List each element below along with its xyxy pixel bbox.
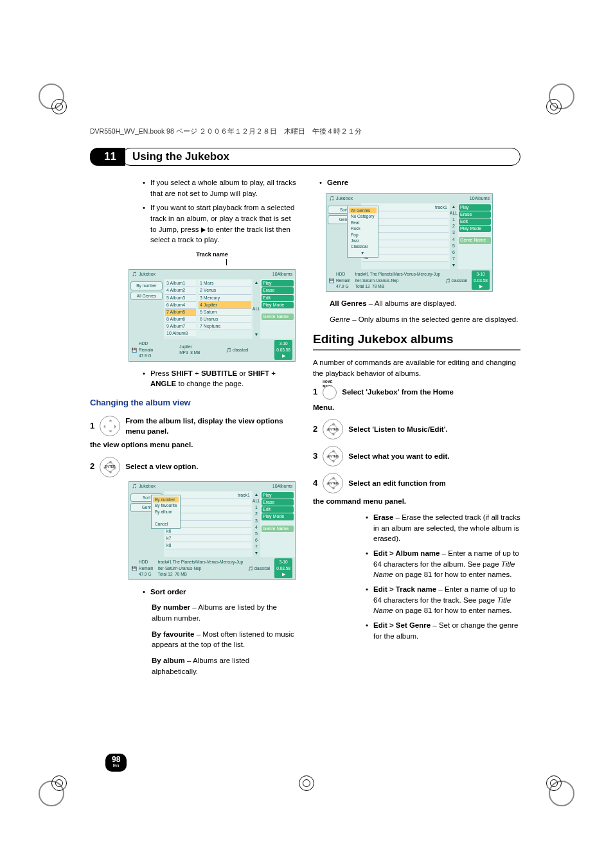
book-header: DVR550H_WV_EN.book 98 ページ ２００６年１２月２８日 木曜…	[90, 127, 362, 136]
edit-commands: Erase – Erase the selected track (if all…	[313, 512, 520, 641]
registration-mark	[299, 775, 314, 791]
dpad-enter-icon: ENTER	[323, 446, 343, 466]
window-title: 🎵 Jukebox	[132, 271, 155, 278]
chapter-number: 11	[90, 148, 125, 166]
jukebox-screenshot-sort: 🎵 Jukebox 10Albums Sort Genr track1 k2 k…	[129, 481, 296, 580]
command-panel: Play Erase Edit Play Mode Genre Name	[260, 279, 295, 339]
press-note: Press SHIFT + SUBTITLE or SHIFT + ANGLE …	[90, 368, 298, 389]
album-list: 3 Album1 4 Album2 5 Album3 6 Album4 7 Al…	[164, 279, 197, 339]
page-number: 98 En	[105, 754, 127, 772]
window-title: 🎵 Jukebox	[132, 483, 155, 490]
bullet: If you select a whole album to play, all…	[144, 177, 298, 199]
edit-step-4-cont: the command menu panel.	[313, 496, 520, 507]
edit-step-1: 1 HOME MENU Select 'Jukebox' from the Ho…	[313, 385, 520, 400]
scroll-indicator: ▲ALL▼	[253, 279, 260, 339]
chapter-title: Using the Jukebox	[132, 150, 229, 163]
home-menu-icon	[323, 385, 337, 400]
jukebox-screenshot-tracks: 🎵 Jukebox 10Albums By number All Genres …	[129, 269, 296, 362]
hdd-icon: 💾	[132, 347, 137, 353]
step-1: 1 From the album list, display the view …	[90, 416, 298, 437]
chapter-header: 11 Using the Jukebox	[90, 148, 520, 166]
by-favourite: By favourite – Most often listened to mu…	[90, 629, 298, 650]
arrow-right-icon	[201, 227, 206, 233]
h2-editing: Editing Jukebox albums	[313, 330, 520, 348]
rule	[313, 349, 520, 351]
genre-desc: Genre – Only albums in the selected genr…	[313, 314, 520, 325]
track-name-label: Track name	[129, 251, 296, 265]
by-number: By number – Albums are listed by the alb…	[90, 602, 298, 623]
dpad-enter-icon: ENTER	[323, 473, 343, 493]
genre-head: Genre	[321, 177, 520, 188]
editing-intro: A number of commands are available for e…	[313, 357, 520, 378]
sort-popup: By number By favourite By album Cancel	[151, 495, 181, 529]
step-2: 2 ENTER Select a view option.	[90, 457, 298, 477]
dpad-enter-icon: ENTER	[100, 457, 120, 477]
album-count: 10Albums	[272, 271, 292, 278]
registration-mark	[546, 99, 562, 114]
bullet: If you want to start playback from a sel…	[144, 202, 298, 245]
genre-popup: All Genres No Category Beat Rock Pop Jaz…	[347, 206, 378, 258]
subhead-changing-view: Changing the album view	[90, 397, 298, 409]
track-list: 1 Mars 2 Venus 3 Mercury 4 Jupiter 5 Sat…	[197, 279, 253, 339]
leader-line	[226, 259, 227, 265]
edit-step-2: 2 ENTER Select 'Listen to Music/Edit'.	[313, 419, 520, 439]
intro-bullets: If you select a whole album to play, all…	[90, 177, 298, 245]
edit-step-3: 3 ENTER Select what you want to edit.	[313, 446, 520, 466]
dpad-right-icon	[100, 416, 120, 436]
by-album: By album – Albums are listed alphabetica…	[90, 655, 298, 677]
sort-order-head: Sort order	[144, 587, 298, 598]
step-1-cont: the view options menu panel.	[90, 439, 298, 450]
registration-mark	[546, 775, 562, 791]
registration-mark	[51, 775, 67, 791]
edit-step-4: 4 ENTER Select an edit function from	[313, 473, 520, 493]
dpad-enter-icon: ENTER	[323, 419, 343, 439]
edit-step-1-cont: Menu.	[313, 402, 520, 413]
all-genres-desc: All Genres – All albums are displayed.	[313, 298, 520, 309]
jukebox-screenshot-genre: 🎵 Jukebox 10Albums Sort Genr track1 k2 k…	[326, 193, 493, 292]
filter-all-genres: All Genres	[130, 292, 163, 300]
registration-mark	[51, 99, 67, 114]
sort-by-number: By number	[130, 281, 163, 290]
